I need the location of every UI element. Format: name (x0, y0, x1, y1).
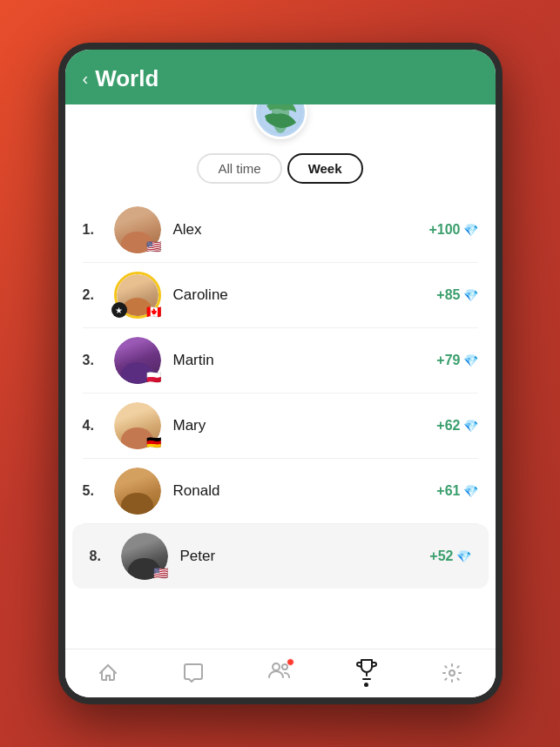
screen: ‹ World All time Wee (65, 50, 496, 697)
flag-icon: 🇨🇦 (146, 306, 164, 318)
score-label: +100 💎 (428, 222, 477, 238)
user-name: Caroline (173, 286, 425, 304)
notification-dot (287, 658, 294, 666)
user-name: Martin (173, 352, 425, 369)
user-name: Peter (180, 548, 418, 565)
active-dot (364, 683, 368, 687)
nav-home[interactable] (98, 663, 118, 683)
globe-icon (253, 104, 307, 139)
list-item[interactable]: 4. 🇩🇪 Mary +62 💎 (65, 394, 496, 458)
star-badge-icon: ★ (111, 302, 127, 318)
back-button[interactable]: ‹ (83, 69, 89, 89)
flag-icon: 🇺🇸 (153, 567, 171, 579)
svg-point-3 (273, 663, 280, 670)
page-title: World (95, 65, 159, 92)
flag-icon: 🇩🇪 (146, 436, 164, 448)
score-label: +61 💎 (436, 483, 477, 499)
avatar-wrap: 🇺🇸 (121, 533, 168, 580)
rank-label: 3. (83, 353, 102, 368)
avatar-wrap: ★ 🇨🇦 (114, 272, 161, 319)
nav-chat[interactable] (183, 663, 204, 683)
flag-icon: 🇵🇱 (146, 371, 164, 383)
content-area: All time Week 1. 🇺🇸 Al (65, 104, 496, 697)
globe-area (65, 104, 496, 139)
rank-label: 5. (83, 483, 102, 499)
nav-settings[interactable] (442, 663, 462, 683)
list-item[interactable]: 3. 🇵🇱 Martin +79 💎 (65, 328, 496, 393)
bottom-nav (65, 649, 496, 697)
tab-switcher: All time Week (65, 139, 496, 194)
tab-week[interactable]: Week (287, 153, 363, 184)
user-name: Ronald (173, 482, 425, 500)
gem-icon: 💎 (463, 484, 478, 498)
list-item[interactable]: 5. Ronald +61 💎 (65, 459, 496, 523)
rank-label: 1. (83, 222, 102, 238)
gem-icon: 💎 (463, 419, 478, 433)
avatar-wrap (114, 468, 161, 515)
avatar (114, 468, 161, 515)
header: ‹ World (65, 50, 496, 104)
tab-all-time[interactable]: All time (197, 153, 281, 184)
rank-label: 4. (83, 418, 102, 434)
score-label: +85 💎 (436, 287, 477, 303)
list-item[interactable]: 1. 🇺🇸 Alex +100 💎 (65, 198, 496, 262)
gem-icon: 💎 (456, 549, 471, 563)
avatar-wrap: 🇺🇸 (114, 206, 161, 253)
leaderboard-list: 1. 🇺🇸 Alex +100 💎 2. (65, 194, 496, 649)
flag-icon: 🇺🇸 (146, 240, 164, 252)
svg-point-6 (449, 670, 455, 676)
device-frame: ‹ World All time Wee (58, 43, 503, 704)
gem-icon: 💎 (463, 223, 478, 237)
score-label: +52 💎 (429, 548, 470, 564)
user-name: Alex (173, 221, 417, 239)
avatar-wrap: 🇵🇱 (114, 337, 161, 384)
rank-label: 2. (83, 287, 102, 303)
score-label: +62 💎 (436, 418, 477, 434)
list-item[interactable]: 2. ★ 🇨🇦 Caroline +85 💎 (65, 263, 496, 327)
rank-label: 8. (90, 548, 109, 564)
score-label: +79 💎 (436, 353, 477, 368)
user-name: Mary (173, 417, 425, 434)
list-item-current-user[interactable]: 8. 🇺🇸 Peter +52 💎 (72, 524, 489, 589)
nav-trophy[interactable] (356, 658, 377, 687)
gem-icon: 💎 (463, 353, 478, 367)
gem-icon: 💎 (463, 288, 478, 302)
nav-friends[interactable] (268, 660, 291, 686)
avatar-wrap: 🇩🇪 (114, 402, 161, 449)
